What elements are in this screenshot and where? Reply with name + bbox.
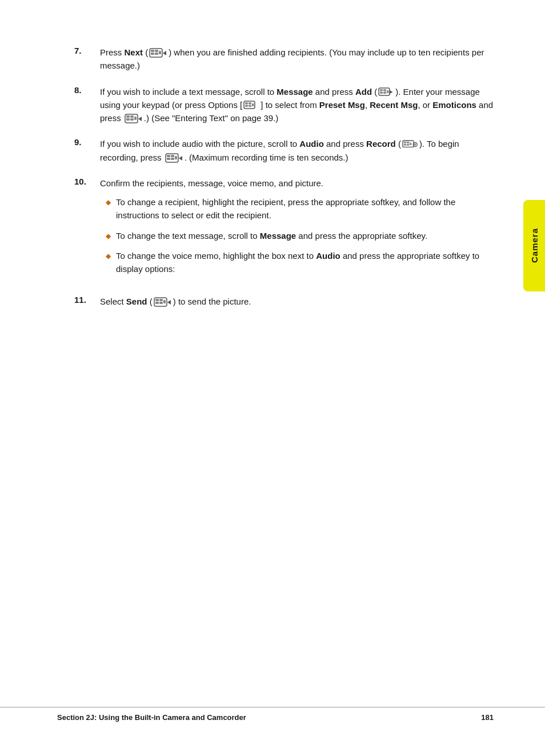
step-7-number: 7. <box>74 46 100 55</box>
sub-content-1: To change a recipient, highlight the rec… <box>116 195 494 222</box>
svg-rect-37 <box>175 156 177 159</box>
svg-rect-27 <box>407 142 409 143</box>
sub-item-2: ◆ To change the text message, scroll to … <box>106 229 494 242</box>
record-press-icon <box>165 153 183 164</box>
svg-rect-29 <box>410 143 411 145</box>
step-8-content: If you wish to include a text message, s… <box>100 85 494 125</box>
step-10: 10. Confirm the recipients, message, voi… <box>74 177 494 283</box>
add-button-icon <box>378 87 394 98</box>
step-9-content: If you wish to include audio with the pi… <box>100 137 494 164</box>
sub-item-1: ◆ To change a recipient, highlight the r… <box>106 195 494 222</box>
bullet-3: ◆ <box>106 251 116 262</box>
svg-rect-2 <box>151 53 154 55</box>
svg-rect-34 <box>167 158 170 160</box>
step-7: 7. Press Next () when you are finished a… <box>74 46 494 73</box>
step-11-content: Select Send () to send the picture. <box>100 295 494 308</box>
options-button-icon <box>243 101 259 111</box>
sub-item-3: ◆ To change the voice memo, highlight th… <box>106 249 494 276</box>
step-9: 9. If you wish to include audio with the… <box>74 137 494 164</box>
sub-content-3: To change the voice memo, highlight the … <box>116 249 494 276</box>
svg-rect-17 <box>252 103 254 106</box>
svg-rect-36 <box>171 158 174 160</box>
svg-rect-16 <box>249 105 251 107</box>
svg-rect-4 <box>155 53 158 55</box>
step-8-bold-add: Add <box>355 87 372 97</box>
page-footer: Section 2J: Using the Built-in Camera an… <box>0 707 545 722</box>
svg-rect-13 <box>245 102 248 105</box>
svg-rect-3 <box>155 50 158 52</box>
next-button-icon <box>149 47 167 59</box>
step-11-bold-send: Send <box>126 297 147 306</box>
step-8: 8. If you wish to include a text message… <box>74 85 494 125</box>
svg-rect-43 <box>163 300 166 303</box>
svg-rect-26 <box>404 144 406 146</box>
svg-rect-5 <box>159 51 161 54</box>
svg-rect-10 <box>383 91 386 94</box>
step-11: 11. Select Send () to send the picture. <box>74 295 494 308</box>
sidebar-tab-label: Camera <box>530 228 539 263</box>
step-9-bold-audio: Audio <box>299 139 324 149</box>
step-9-number: 9. <box>74 137 100 147</box>
svg-rect-9 <box>383 89 386 91</box>
svg-rect-42 <box>159 302 163 304</box>
send-button-icon <box>154 297 172 308</box>
bullet-1: ◆ <box>106 197 116 208</box>
svg-rect-7 <box>380 89 383 91</box>
page-container: Camera 7. Press Next () when you are fin… <box>0 0 545 756</box>
svg-rect-40 <box>155 302 159 304</box>
bullet-2: ◆ <box>106 231 116 242</box>
step-11-number: 11. <box>74 295 100 305</box>
svg-rect-15 <box>249 102 251 105</box>
svg-rect-20 <box>126 118 130 121</box>
svg-rect-41 <box>159 299 163 301</box>
svg-rect-14 <box>245 105 248 107</box>
svg-rect-19 <box>126 115 130 118</box>
sub-content-2: To change the text message, scroll to Me… <box>116 229 494 242</box>
sidebar-tab: Camera <box>523 200 545 291</box>
step-8-bold-recent: Recent Msg <box>370 100 418 110</box>
svg-rect-28 <box>407 144 409 146</box>
svg-rect-39 <box>155 299 159 301</box>
sub-bold-audio: Audio <box>316 251 340 261</box>
footer-section-label: Section 2J: Using the Built-in Camera an… <box>57 713 246 722</box>
step-8-bold-preset: Preset Msg <box>319 100 365 110</box>
svg-rect-11 <box>387 90 389 93</box>
svg-rect-33 <box>167 155 170 157</box>
step-10-sublist: ◆ To change a recipient, highlight the r… <box>100 195 494 275</box>
step-8-bold-message: Message <box>276 87 312 97</box>
step-7-content: Press Next () when you are finished addi… <box>100 46 494 73</box>
svg-rect-25 <box>404 142 406 143</box>
svg-rect-35 <box>171 155 174 157</box>
step-8-number: 8. <box>74 85 100 95</box>
step-9-bold-record: Record <box>366 139 396 149</box>
press-icon-8 <box>125 113 143 125</box>
step-7-bold-next: Next <box>125 47 143 57</box>
svg-rect-1 <box>151 50 154 52</box>
step-8-bold-emoticons: Emoticons <box>432 100 476 110</box>
step-10-content: Confirm the recipients, message, voice m… <box>100 177 494 283</box>
svg-point-31 <box>414 144 416 146</box>
record-button-icon <box>402 139 418 150</box>
svg-rect-23 <box>134 117 137 120</box>
svg-rect-8 <box>380 91 383 94</box>
svg-rect-21 <box>130 115 134 118</box>
sub-bold-message: Message <box>260 231 296 241</box>
footer-page-number: 181 <box>481 713 494 722</box>
main-content: 7. Press Next () when you are finished a… <box>74 46 494 309</box>
svg-rect-22 <box>130 118 134 121</box>
step-list: 7. Press Next () when you are finished a… <box>74 46 494 309</box>
step-10-number: 10. <box>74 177 100 186</box>
